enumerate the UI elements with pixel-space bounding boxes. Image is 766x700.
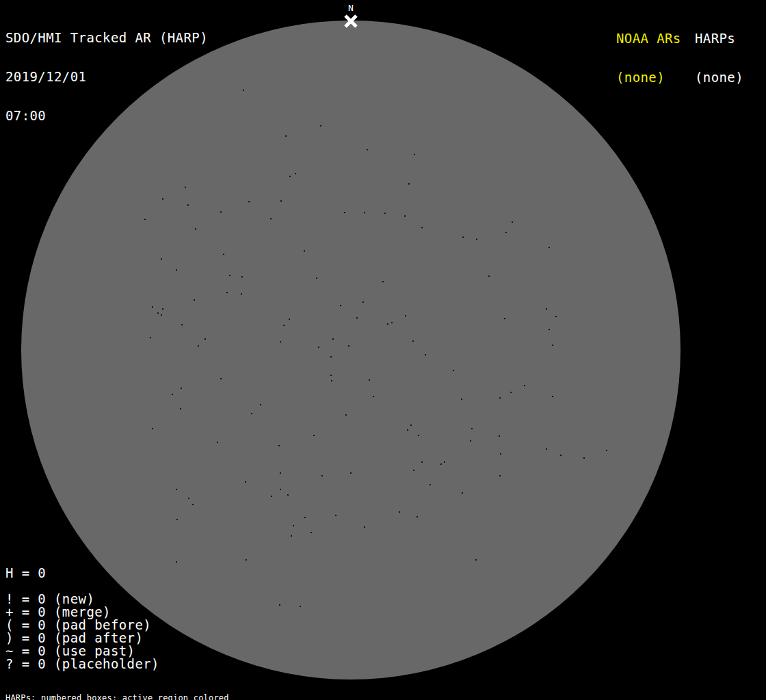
magnetogram-speckle	[552, 396, 553, 397]
magnetogram-speckle	[280, 472, 281, 474]
magnetogram-speckle	[187, 204, 189, 206]
magnetogram-speckle	[546, 448, 547, 450]
magnetogram-speckle	[271, 496, 272, 497]
magnetogram-speckle	[150, 337, 151, 338]
magnetogram-speckle	[555, 316, 557, 317]
magnetogram-speckle	[488, 275, 490, 277]
magnetogram-speckle	[283, 325, 285, 326]
magnetogram-speckle	[185, 187, 186, 188]
magnetogram-speckle	[304, 517, 306, 518]
magnetogram-speckle	[300, 606, 301, 607]
magnetogram-speckle	[198, 345, 199, 347]
title-block: SDO/HMI Tracked AR (HARP) 2019/12/01 07:…	[5, 5, 208, 135]
harps-value: (none)	[695, 71, 743, 84]
magnetogram-speckle	[421, 227, 423, 228]
magnetogram-speckle	[304, 250, 305, 252]
magnetogram-speckle	[280, 341, 281, 342]
legend-lines: ! = 0 (new)+ = 0 (merge)( = 0 (pad befor…	[5, 593, 159, 671]
magnetogram-speckle	[362, 301, 364, 303]
magnetogram-speckle	[418, 435, 419, 436]
magnetogram-speckle	[348, 345, 349, 347]
north-cross-icon	[343, 14, 358, 29]
noaa-ars-label: NOAA ARs	[616, 32, 681, 45]
magnetogram-speckle	[295, 173, 296, 174]
magnetogram-speckle	[157, 312, 159, 314]
magnetogram-speckle	[248, 201, 250, 202]
magnetogram-speckle	[524, 385, 525, 386]
magnetogram-speckle	[181, 324, 183, 325]
magnetogram-speckle	[291, 535, 292, 537]
magnetogram-speckle	[229, 275, 230, 276]
magnetogram-speckle	[369, 379, 370, 381]
magnetogram-speckle	[549, 329, 550, 330]
magnetogram-speckle	[246, 559, 247, 561]
magnetogram-speckle	[344, 212, 345, 213]
magnetogram-speckle	[318, 347, 319, 348]
magnetogram-speckle	[226, 292, 228, 293]
magnetogram-speckle	[285, 135, 287, 137]
magnetogram-speckle	[499, 475, 501, 476]
magnetogram-speckle	[410, 425, 412, 426]
magnetogram-speckle	[176, 489, 177, 490]
magnetogram-speckle	[176, 561, 177, 563]
magnetogram-speckle	[471, 428, 473, 429]
magnetogram-speckle	[350, 472, 352, 474]
magnetogram-speckle	[387, 323, 388, 325]
magnetogram-speckle	[417, 516, 418, 517]
magnetogram-speckle	[321, 475, 323, 476]
magnetogram-speckle	[195, 228, 196, 230]
magnetogram-speckle	[251, 413, 252, 414]
magnetogram-speckle	[340, 305, 341, 306]
magnetogram-speckle	[606, 450, 607, 451]
magnetogram-speckle	[414, 154, 415, 155]
magnetogram-speckle	[162, 308, 163, 310]
noaa-ars-column: NOAA ARs (none)	[616, 6, 681, 97]
magnetogram-speckle	[245, 481, 246, 483]
footer-notes: HARPs: numbered boxes; active region col…	[5, 677, 300, 700]
magnetogram-speckle	[364, 526, 365, 528]
magnetogram-speckle	[440, 463, 442, 465]
magnetogram-speckle	[172, 394, 173, 395]
legend-line: ? = 0 (placeholder)	[5, 658, 159, 671]
magnetogram-speckle	[425, 354, 426, 355]
magnetogram-speckle	[470, 440, 471, 442]
magnetogram-speckle	[293, 525, 294, 526]
magnetogram-speckle	[289, 176, 291, 177]
magnetogram-speckle	[330, 356, 332, 358]
magnetogram-speckle	[152, 428, 153, 429]
date-label: 2019/12/01	[5, 70, 208, 83]
magnetogram-speckle	[583, 457, 585, 459]
magnetogram-speckle	[510, 392, 512, 393]
magnetogram-speckle	[260, 404, 261, 405]
harps-column: HARPs (none)	[695, 6, 743, 97]
magnetogram-speckle	[152, 306, 153, 308]
magnetogram-speckle	[162, 198, 163, 200]
magnetogram-speckle	[399, 511, 400, 513]
magnetogram-speckle	[220, 211, 222, 213]
north-label: N	[342, 3, 360, 13]
magnetogram-speckle	[500, 453, 501, 455]
magnetogram-speckle	[382, 281, 384, 282]
magnetogram-speckle	[330, 375, 332, 376]
magnetogram-speckle	[335, 515, 336, 516]
magnetogram-speckle	[373, 396, 374, 397]
magnetogram-speckle	[560, 455, 562, 456]
magnetogram-speckle	[407, 429, 408, 431]
magnetogram-speckle	[413, 470, 414, 471]
magnetogram-speckle	[505, 232, 507, 233]
magnetogram-speckle	[476, 239, 477, 240]
magnetogram-speckle	[367, 149, 368, 150]
magnetogram-speckle	[345, 414, 347, 416]
magnetogram-speckle	[332, 338, 334, 340]
magnetogram-speckle	[181, 388, 182, 389]
magnetogram-speckle	[204, 338, 206, 340]
magnetogram-speckle	[180, 408, 181, 409]
magnetogram-speckle	[270, 218, 272, 219]
noaa-ars-value: (none)	[616, 71, 681, 84]
magnetogram-speckle	[512, 221, 513, 223]
magnetogram-speckle	[279, 604, 280, 606]
magnetogram-speckle	[192, 504, 194, 505]
magnetogram-speckle	[430, 484, 431, 485]
magnetogram-speckle	[384, 213, 386, 214]
magnetogram-speckle	[161, 258, 162, 260]
